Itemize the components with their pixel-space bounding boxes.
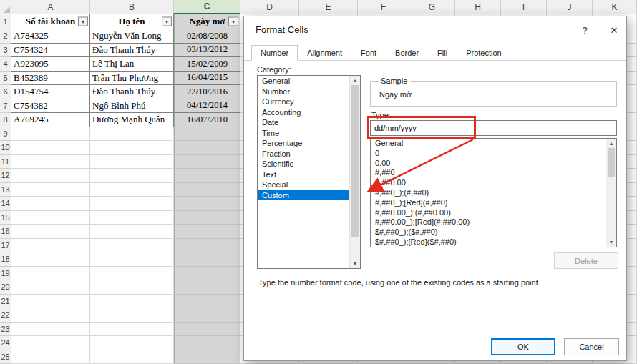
cell-B2[interactable]: Nguyễn Văn Long <box>90 29 174 44</box>
category-item-text[interactable]: Text <box>258 169 349 180</box>
cell-A8[interactable]: A769245 <box>11 113 90 127</box>
cell-C14[interactable] <box>174 197 240 211</box>
cell-C22[interactable] <box>174 308 240 323</box>
row-header-16[interactable]: 16 <box>0 225 11 239</box>
column-header-i[interactable]: I <box>501 0 547 14</box>
cell-C1[interactable]: Ngày mở▼ <box>174 14 240 29</box>
cell-A5[interactable]: B452389 <box>11 72 90 86</box>
cell-A15[interactable] <box>11 211 90 225</box>
cell-B10[interactable] <box>90 141 174 155</box>
row-header-10[interactable]: 10 <box>0 141 11 155</box>
category-item-time[interactable]: Time <box>258 128 349 139</box>
delete-button[interactable]: Delete <box>554 252 618 269</box>
row-header-8[interactable]: 8 <box>0 113 11 127</box>
row-header-11[interactable]: 11 <box>0 155 11 169</box>
cell-C13[interactable] <box>174 183 240 197</box>
filter-dropdown-icon[interactable]: ▼ <box>78 17 88 26</box>
type-input[interactable] <box>370 120 617 136</box>
cell-B4[interactable]: Lê Thị Lan <box>90 57 174 72</box>
cell-C19[interactable] <box>174 267 240 281</box>
column-header-e[interactable]: E <box>299 0 358 14</box>
cell-B20[interactable] <box>90 280 174 295</box>
category-item-currency[interactable]: Currency <box>258 97 349 107</box>
cell-A2[interactable]: A784325 <box>11 29 90 44</box>
type-option-5[interactable]: #,##0_);(#,##0) <box>371 188 605 198</box>
cell-A9[interactable] <box>11 127 90 142</box>
cell-C7[interactable]: 04/12/2014 <box>174 99 240 114</box>
category-item-general[interactable]: General <box>258 76 349 87</box>
row-header-21[interactable]: 21 <box>0 295 11 309</box>
cell-B1[interactable]: Họ tên▼ <box>90 14 174 29</box>
cell-B13[interactable] <box>90 183 174 197</box>
type-option-10[interactable]: $#,##0_);[Red]($#,##0) <box>371 237 605 247</box>
row-header-14[interactable]: 14 <box>0 197 11 211</box>
cell-B16[interactable] <box>90 225 174 239</box>
row-header-22[interactable]: 22 <box>0 308 11 323</box>
filter-dropdown-icon[interactable]: ▼ <box>162 17 172 26</box>
category-scrollbar[interactable]: ▲ ▼ <box>349 76 360 268</box>
cell-C17[interactable] <box>174 239 240 253</box>
cell-A24[interactable] <box>11 336 90 350</box>
row-header-17[interactable]: 17 <box>0 239 11 253</box>
tab-alignment[interactable]: Alignment <box>298 45 351 61</box>
column-header-k[interactable]: K <box>593 0 637 14</box>
cell-A3[interactable]: C754324 <box>11 44 90 58</box>
row-header-23[interactable]: 23 <box>0 323 11 337</box>
cell-C20[interactable] <box>174 280 240 295</box>
cell-C6[interactable]: 22/10/2016 <box>174 85 240 99</box>
cell-A21[interactable] <box>11 295 90 309</box>
category-item-special[interactable]: Special <box>258 179 349 190</box>
cell-C10[interactable] <box>174 141 240 155</box>
row-header-12[interactable]: 12 <box>0 169 11 183</box>
scroll-down-icon[interactable]: ▼ <box>350 261 360 266</box>
cell-C16[interactable] <box>174 225 240 239</box>
cell-B18[interactable] <box>90 252 174 267</box>
select-all-corner[interactable] <box>0 0 11 14</box>
cell-B14[interactable] <box>90 197 174 211</box>
type-option-8[interactable]: #,##0.00_);[Red](#,##0.00) <box>371 217 605 227</box>
tab-fill[interactable]: Fill <box>428 45 457 61</box>
column-header-f[interactable]: F <box>358 0 409 14</box>
column-header-c[interactable]: C <box>174 0 240 14</box>
scroll-up-icon[interactable]: ▲ <box>350 78 360 83</box>
cell-C2[interactable]: 02/08/2008 <box>174 29 240 44</box>
cell-A16[interactable] <box>11 225 90 239</box>
column-header-g[interactable]: G <box>409 0 455 14</box>
type-option-0[interactable]: General <box>371 139 605 149</box>
category-item-accounting[interactable]: Accounting <box>258 107 349 118</box>
scroll-up-icon[interactable]: ▲ <box>606 141 616 146</box>
type-option-6[interactable]: #,##0_);[Red](#,##0) <box>371 198 605 208</box>
cell-A23[interactable] <box>11 323 90 337</box>
column-header-b[interactable]: B <box>90 0 174 14</box>
cell-C3[interactable]: 03/13/2012 <box>174 44 240 58</box>
cell-C15[interactable] <box>174 211 240 225</box>
tab-border[interactable]: Border <box>386 45 428 61</box>
column-header-h[interactable]: H <box>455 0 501 14</box>
cell-C24[interactable] <box>174 336 240 350</box>
cell-B15[interactable] <box>90 211 174 225</box>
row-header-13[interactable]: 13 <box>0 183 11 197</box>
cell-A12[interactable] <box>11 169 90 183</box>
category-item-percentage[interactable]: Percentage <box>258 138 349 149</box>
row-header-6[interactable]: 6 <box>0 85 11 99</box>
cell-A6[interactable]: D154754 <box>11 85 90 99</box>
column-header-d[interactable]: D <box>240 0 299 14</box>
cell-A10[interactable] <box>11 141 90 155</box>
cell-A14[interactable] <box>11 197 90 211</box>
type-option-7[interactable]: #,##0.00_);(#,##0.00) <box>371 208 605 218</box>
type-option-9[interactable]: $#,##0_);($#,##0) <box>371 227 605 237</box>
tab-font[interactable]: Font <box>351 45 386 61</box>
cell-C4[interactable]: 15/02/2009 <box>174 57 240 72</box>
cell-B19[interactable] <box>90 267 174 281</box>
cell-A17[interactable] <box>11 239 90 253</box>
row-header-2[interactable]: 2 <box>0 29 11 44</box>
scroll-down-icon[interactable]: ▼ <box>606 240 616 245</box>
row-header-19[interactable]: 19 <box>0 267 11 281</box>
type-option-4[interactable]: #,##0.00 <box>371 178 605 188</box>
cell-C18[interactable] <box>174 252 240 267</box>
cell-A22[interactable] <box>11 308 90 323</box>
row-header-7[interactable]: 7 <box>0 99 11 114</box>
cell-B22[interactable] <box>90 308 174 323</box>
cell-A13[interactable] <box>11 183 90 197</box>
cell-A19[interactable] <box>11 267 90 281</box>
